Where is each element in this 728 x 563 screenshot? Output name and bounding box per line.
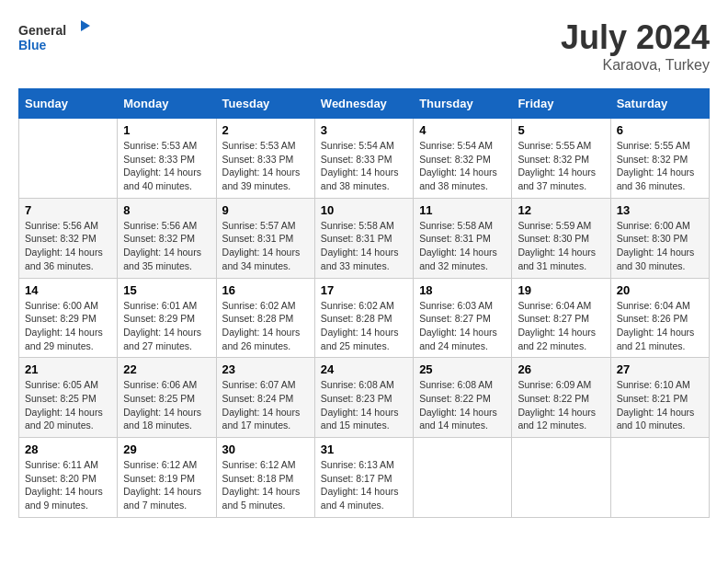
day-number: 31 bbox=[321, 442, 407, 456]
day-number: 30 bbox=[222, 442, 309, 456]
day-info: Sunrise: 6:08 AMSunset: 8:23 PMDaylight:… bbox=[321, 378, 407, 432]
day-info: Sunrise: 5:56 AMSunset: 8:32 PMDaylight:… bbox=[25, 219, 111, 273]
day-info: Sunrise: 6:01 AMSunset: 8:29 PMDaylight:… bbox=[123, 299, 210, 353]
day-number: 2 bbox=[222, 123, 309, 137]
calendar-cell: 6Sunrise: 5:55 AMSunset: 8:32 PMDaylight… bbox=[610, 119, 709, 199]
day-number: 6 bbox=[617, 123, 703, 137]
month-year-title: July 2024 bbox=[561, 18, 710, 57]
day-info: Sunrise: 5:54 AMSunset: 8:33 PMDaylight:… bbox=[321, 139, 407, 193]
day-info: Sunrise: 5:55 AMSunset: 8:32 PMDaylight:… bbox=[617, 139, 703, 193]
calendar-cell: 13Sunrise: 6:00 AMSunset: 8:30 PMDayligh… bbox=[610, 198, 709, 278]
calendar-cell: 25Sunrise: 6:08 AMSunset: 8:22 PMDayligh… bbox=[414, 358, 512, 438]
calendar-cell bbox=[414, 438, 512, 518]
day-number: 16 bbox=[222, 283, 309, 297]
calendar-cell: 9Sunrise: 5:57 AMSunset: 8:31 PMDaylight… bbox=[216, 198, 314, 278]
svg-text:General: General bbox=[18, 23, 66, 38]
calendar-cell: 26Sunrise: 6:09 AMSunset: 8:22 PMDayligh… bbox=[512, 358, 610, 438]
day-number: 13 bbox=[617, 203, 703, 217]
day-number: 12 bbox=[518, 203, 604, 217]
day-number: 14 bbox=[25, 283, 111, 297]
calendar-cell: 20Sunrise: 6:04 AMSunset: 8:26 PMDayligh… bbox=[610, 278, 709, 358]
calendar-cell: 18Sunrise: 6:03 AMSunset: 8:27 PMDayligh… bbox=[414, 278, 512, 358]
day-number: 1 bbox=[123, 123, 210, 137]
day-info: Sunrise: 6:13 AMSunset: 8:17 PMDaylight:… bbox=[321, 458, 407, 512]
day-info: Sunrise: 6:08 AMSunset: 8:22 PMDaylight:… bbox=[419, 378, 506, 432]
calendar-week-row: 7Sunrise: 5:56 AMSunset: 8:32 PMDaylight… bbox=[19, 198, 710, 278]
day-info: Sunrise: 6:04 AMSunset: 8:27 PMDaylight:… bbox=[518, 299, 604, 353]
day-header-thursday: Thursday bbox=[414, 89, 512, 119]
calendar-cell bbox=[512, 438, 610, 518]
day-info: Sunrise: 5:54 AMSunset: 8:32 PMDaylight:… bbox=[419, 139, 506, 193]
calendar-header-row: SundayMondayTuesdayWednesdayThursdayFrid… bbox=[19, 89, 710, 119]
day-header-friday: Friday bbox=[512, 89, 610, 119]
calendar-cell: 5Sunrise: 5:55 AMSunset: 8:32 PMDaylight… bbox=[512, 119, 610, 199]
day-info: Sunrise: 5:59 AMSunset: 8:30 PMDaylight:… bbox=[518, 219, 604, 273]
calendar-week-row: 14Sunrise: 6:00 AMSunset: 8:29 PMDayligh… bbox=[19, 278, 710, 358]
svg-marker-2 bbox=[81, 20, 90, 31]
day-header-wednesday: Wednesday bbox=[314, 89, 413, 119]
day-info: Sunrise: 5:58 AMSunset: 8:31 PMDaylight:… bbox=[419, 219, 506, 273]
day-number: 5 bbox=[518, 123, 604, 137]
day-info: Sunrise: 5:53 AMSunset: 8:33 PMDaylight:… bbox=[123, 139, 210, 193]
calendar-cell: 31Sunrise: 6:13 AMSunset: 8:17 PMDayligh… bbox=[314, 438, 413, 518]
calendar-cell: 1Sunrise: 5:53 AMSunset: 8:33 PMDaylight… bbox=[118, 119, 216, 199]
day-info: Sunrise: 5:55 AMSunset: 8:32 PMDaylight:… bbox=[518, 139, 604, 193]
day-number: 4 bbox=[419, 123, 506, 137]
day-info: Sunrise: 6:07 AMSunset: 8:24 PMDaylight:… bbox=[222, 378, 309, 432]
calendar-cell: 27Sunrise: 6:10 AMSunset: 8:21 PMDayligh… bbox=[610, 358, 709, 438]
day-info: Sunrise: 6:12 AMSunset: 8:19 PMDaylight:… bbox=[123, 458, 210, 512]
day-number: 18 bbox=[419, 283, 506, 297]
day-number: 24 bbox=[321, 362, 407, 376]
day-number: 11 bbox=[419, 203, 506, 217]
day-info: Sunrise: 6:03 AMSunset: 8:27 PMDaylight:… bbox=[419, 299, 506, 353]
calendar-cell: 8Sunrise: 5:56 AMSunset: 8:32 PMDaylight… bbox=[118, 198, 216, 278]
calendar-cell: 4Sunrise: 5:54 AMSunset: 8:32 PMDaylight… bbox=[414, 119, 512, 199]
day-number: 26 bbox=[518, 362, 604, 376]
day-header-monday: Monday bbox=[118, 89, 216, 119]
calendar-cell: 23Sunrise: 6:07 AMSunset: 8:24 PMDayligh… bbox=[216, 358, 314, 438]
calendar-cell: 14Sunrise: 6:00 AMSunset: 8:29 PMDayligh… bbox=[19, 278, 118, 358]
day-number: 15 bbox=[123, 283, 210, 297]
day-info: Sunrise: 6:09 AMSunset: 8:22 PMDaylight:… bbox=[518, 378, 604, 432]
calendar-week-row: 21Sunrise: 6:05 AMSunset: 8:25 PMDayligh… bbox=[19, 358, 710, 438]
day-number: 10 bbox=[321, 203, 407, 217]
calendar-cell: 28Sunrise: 6:11 AMSunset: 8:20 PMDayligh… bbox=[19, 438, 118, 518]
calendar-cell: 17Sunrise: 6:02 AMSunset: 8:28 PMDayligh… bbox=[314, 278, 413, 358]
day-info: Sunrise: 6:05 AMSunset: 8:25 PMDaylight:… bbox=[25, 378, 111, 432]
day-number: 29 bbox=[123, 442, 210, 456]
calendar-cell: 24Sunrise: 6:08 AMSunset: 8:23 PMDayligh… bbox=[314, 358, 413, 438]
day-number: 23 bbox=[222, 362, 309, 376]
day-info: Sunrise: 6:00 AMSunset: 8:30 PMDaylight:… bbox=[617, 219, 703, 273]
calendar-cell: 16Sunrise: 6:02 AMSunset: 8:28 PMDayligh… bbox=[216, 278, 314, 358]
day-info: Sunrise: 6:00 AMSunset: 8:29 PMDaylight:… bbox=[25, 299, 111, 353]
day-info: Sunrise: 5:57 AMSunset: 8:31 PMDaylight:… bbox=[222, 219, 309, 273]
day-number: 25 bbox=[419, 362, 506, 376]
day-info: Sunrise: 5:53 AMSunset: 8:33 PMDaylight:… bbox=[222, 139, 309, 193]
day-number: 9 bbox=[222, 203, 309, 217]
calendar-cell: 12Sunrise: 5:59 AMSunset: 8:30 PMDayligh… bbox=[512, 198, 610, 278]
day-info: Sunrise: 6:02 AMSunset: 8:28 PMDaylight:… bbox=[321, 299, 407, 353]
day-number: 8 bbox=[123, 203, 210, 217]
day-number: 22 bbox=[123, 362, 210, 376]
logo: General Blue bbox=[18, 18, 92, 60]
svg-text:Blue: Blue bbox=[18, 38, 47, 52]
calendar-cell: 10Sunrise: 5:58 AMSunset: 8:31 PMDayligh… bbox=[314, 198, 413, 278]
day-info: Sunrise: 6:12 AMSunset: 8:18 PMDaylight:… bbox=[222, 458, 309, 512]
day-info: Sunrise: 6:02 AMSunset: 8:28 PMDaylight:… bbox=[222, 299, 309, 353]
calendar-cell: 21Sunrise: 6:05 AMSunset: 8:25 PMDayligh… bbox=[19, 358, 118, 438]
day-info: Sunrise: 5:56 AMSunset: 8:32 PMDaylight:… bbox=[123, 219, 210, 273]
day-header-sunday: Sunday bbox=[19, 89, 118, 119]
page-header: General Blue July 2024 Karaova, Turkey bbox=[18, 18, 710, 74]
day-header-tuesday: Tuesday bbox=[216, 89, 314, 119]
calendar-cell bbox=[19, 119, 118, 199]
calendar-week-row: 28Sunrise: 6:11 AMSunset: 8:20 PMDayligh… bbox=[19, 438, 710, 518]
calendar-cell: 2Sunrise: 5:53 AMSunset: 8:33 PMDaylight… bbox=[216, 119, 314, 199]
day-number: 28 bbox=[25, 442, 111, 456]
day-info: Sunrise: 6:04 AMSunset: 8:26 PMDaylight:… bbox=[617, 299, 703, 353]
calendar-cell bbox=[610, 438, 709, 518]
day-info: Sunrise: 6:06 AMSunset: 8:25 PMDaylight:… bbox=[123, 378, 210, 432]
day-info: Sunrise: 6:10 AMSunset: 8:21 PMDaylight:… bbox=[617, 378, 703, 432]
calendar-cell: 22Sunrise: 6:06 AMSunset: 8:25 PMDayligh… bbox=[118, 358, 216, 438]
calendar-cell: 29Sunrise: 6:12 AMSunset: 8:19 PMDayligh… bbox=[118, 438, 216, 518]
day-info: Sunrise: 6:11 AMSunset: 8:20 PMDaylight:… bbox=[25, 458, 111, 512]
